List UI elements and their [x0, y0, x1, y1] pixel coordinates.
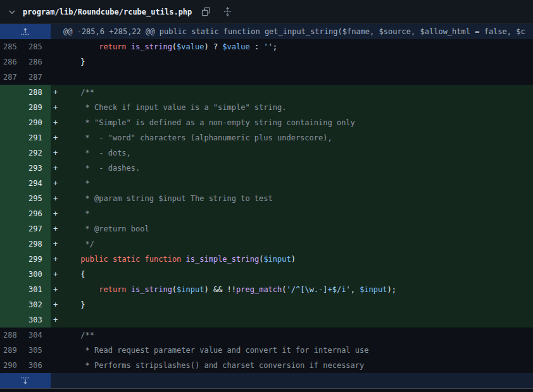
drag-handle-icon[interactable] [220, 4, 235, 20]
expand-down-button[interactable] [0, 373, 51, 388]
code-cell: + */ [51, 236, 533, 252]
old-line-number[interactable] [0, 282, 25, 297]
code-line: * @return bool [62, 224, 149, 233]
old-line-number[interactable]: 286 [0, 54, 25, 70]
new-line-number[interactable]: 306 [25, 358, 51, 373]
old-line-number[interactable]: 285 [0, 39, 25, 54]
old-line-number[interactable] [0, 267, 25, 282]
old-line-number[interactable] [0, 312, 25, 328]
new-line-number[interactable]: 301 [25, 282, 51, 297]
code-line: */ [62, 240, 94, 248]
code-cell: * Read request parameter value and conve… [51, 343, 533, 358]
code-line: { [62, 270, 85, 279]
old-line-number[interactable] [0, 236, 25, 252]
code-cell: + * - dots, [51, 145, 533, 161]
old-line-number[interactable] [0, 100, 25, 115]
new-line-number[interactable]: 305 [25, 343, 51, 358]
diff-marker: + [53, 176, 62, 191]
diff-row: 293+ * - dashes. [0, 161, 533, 176]
diff-row: 299+ public static function is_simple_st… [0, 252, 533, 267]
old-line-number[interactable] [0, 130, 25, 145]
new-line-number[interactable]: 303 [25, 312, 51, 328]
new-line-number[interactable]: 295 [25, 191, 51, 206]
old-line-number[interactable] [0, 115, 25, 130]
code-cell: + { [51, 267, 533, 282]
code-cell: /** [51, 328, 533, 343]
old-line-number[interactable] [0, 145, 25, 161]
old-line-number[interactable]: 288 [0, 328, 25, 343]
copy-icon[interactable] [198, 4, 213, 20]
code-line: * - dashes. [62, 164, 140, 173]
code-line: public static function is_simple_string(… [62, 255, 296, 264]
code-cell: + * Check if input value is a "simple" s… [51, 100, 533, 115]
diff-marker: + [53, 236, 62, 252]
old-line-number[interactable] [0, 206, 25, 221]
diff-row: 290+ * "Simple" is defined as a non-empt… [0, 115, 533, 130]
diff-viewer: program/lib/Roundcube/rcube_utils.php [0, 0, 533, 392]
new-line-number[interactable]: 292 [25, 145, 51, 161]
code-cell: return is_string($value) ? $value : ''; [51, 39, 533, 54]
old-line-number[interactable]: 287 [0, 70, 25, 85]
new-line-number[interactable]: 288 [25, 85, 51, 100]
code-cell: + * "Simple" is defined as a non-empty s… [51, 115, 533, 130]
file-header: program/lib/Roundcube/rcube_utils.php [0, 0, 533, 24]
code-cell: + * - "word" characters (alphanumeric pl… [51, 130, 533, 145]
hunk-header-text: @@ -285,6 +285,22 @@ public static funct… [51, 24, 533, 39]
diff-row: 301+ return is_string($input) && !!preg_… [0, 282, 533, 297]
old-line-number[interactable] [0, 297, 25, 312]
diff-row: 286286 } [0, 54, 533, 70]
code-line: return is_string($input) && !!preg_match… [62, 285, 396, 294]
new-line-number[interactable]: 294 [25, 176, 51, 191]
new-line-number[interactable]: 299 [25, 252, 51, 267]
code-line: * @param string $input The string to tes… [62, 194, 272, 203]
new-line-number[interactable]: 296 [25, 206, 51, 221]
new-line-number[interactable]: 287 [25, 70, 51, 85]
new-line-number[interactable]: 293 [25, 161, 51, 176]
old-line-number[interactable]: 290 [0, 358, 25, 373]
code-line: * "Simple" is defined as a non-empty str… [62, 118, 354, 127]
chevron-down-icon[interactable] [4, 4, 20, 20]
old-line-number[interactable] [0, 221, 25, 236]
diff-lines: 285285 return is_string($value) ? $value… [0, 39, 533, 373]
diff-marker [53, 358, 62, 373]
diff-row: 285285 return is_string($value) ? $value… [0, 39, 533, 54]
new-line-number[interactable]: 290 [25, 115, 51, 130]
diff-row: 292+ * - dots, [0, 145, 533, 161]
code-cell: + * @return bool [51, 221, 533, 236]
code-cell: + * - dashes. [51, 161, 533, 176]
diff-marker: + [53, 115, 62, 130]
new-line-number[interactable]: 291 [25, 130, 51, 145]
new-line-number[interactable]: 297 [25, 221, 51, 236]
old-line-number[interactable] [0, 191, 25, 206]
code-cell: } [51, 54, 533, 70]
expand-up-button[interactable] [0, 24, 51, 39]
code-line: /** [62, 88, 94, 97]
diff-row: 296+ * [0, 206, 533, 221]
new-line-number[interactable]: 285 [25, 39, 51, 54]
code-line: } [62, 300, 85, 309]
new-line-number[interactable]: 298 [25, 236, 51, 252]
diff-marker [53, 328, 62, 343]
code-cell: + [51, 312, 533, 328]
old-line-number[interactable] [0, 176, 25, 191]
diff-row: 294+ * [0, 176, 533, 191]
code-cell: + } [51, 297, 533, 312]
diff-marker [53, 39, 62, 54]
old-line-number[interactable] [0, 161, 25, 176]
diff-marker: + [53, 161, 62, 176]
new-line-number[interactable]: 286 [25, 54, 51, 70]
diff-marker: + [53, 130, 62, 145]
new-line-number[interactable]: 304 [25, 328, 51, 343]
new-line-number[interactable]: 300 [25, 267, 51, 282]
code-line: /** [62, 331, 94, 340]
old-line-number[interactable] [0, 85, 25, 100]
diff-marker: + [53, 282, 62, 297]
diff-row: 291+ * - "word" characters (alphanumeric… [0, 130, 533, 145]
new-line-number[interactable]: 289 [25, 100, 51, 115]
code-line: * - dots, [62, 149, 130, 157]
diff-marker: + [53, 312, 62, 328]
new-line-number[interactable]: 302 [25, 297, 51, 312]
old-line-number[interactable]: 289 [0, 343, 25, 358]
diff-marker: + [53, 100, 62, 115]
old-line-number[interactable] [0, 252, 25, 267]
